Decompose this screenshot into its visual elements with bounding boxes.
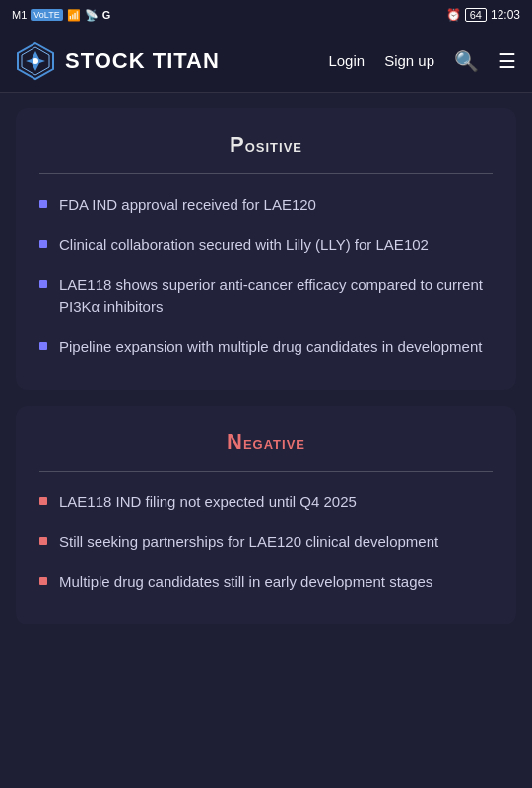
main-content: Positive FDA IND approval received for L… [0, 93, 532, 788]
bullet-marker [39, 280, 47, 288]
status-bar: M1 VoLTE 📶 📡 G ⏰ 64 12:03 [0, 0, 532, 30]
list-item: LAE118 shows superior anti-cancer effica… [39, 274, 493, 318]
list-item: Multiple drug candidates still in early … [39, 571, 493, 594]
nav-links: Login Sign up 🔍 ☰ [328, 49, 516, 73]
list-item: Clinical collaboration secured with Lill… [39, 234, 493, 257]
search-icon[interactable]: 🔍 [454, 49, 479, 73]
login-link[interactable]: Login [328, 52, 365, 69]
logo-icon [16, 41, 55, 81]
list-item: Still seeking partnerships for LAE120 cl… [39, 531, 493, 554]
bullet-marker [39, 537, 47, 545]
status-time: ⏰ 64 12:03 [446, 8, 520, 22]
bullet-marker [39, 200, 47, 208]
list-item: LAE118 IND filing not expected until Q4 … [39, 492, 493, 514]
negative-list: LAE118 IND filing not expected until Q4 … [39, 492, 493, 594]
bullet-marker [39, 240, 47, 248]
bullet-marker [39, 342, 47, 350]
positive-title: Positive [39, 132, 493, 158]
list-item: Pipeline expansion with multiple drug ca… [39, 336, 493, 359]
logo-text: STOCK TITAN [65, 48, 220, 74]
negative-divider [39, 471, 493, 472]
positive-section: Positive FDA IND approval received for L… [16, 108, 516, 390]
negative-section: Negative LAE118 IND filing not expected … [16, 406, 516, 625]
svg-point-2 [33, 58, 38, 64]
positive-list: FDA IND approval received for LAE120 Cli… [39, 194, 493, 359]
navbar: STOCK TITAN Login Sign up 🔍 ☰ [0, 30, 532, 93]
logo-area: STOCK TITAN [16, 41, 328, 81]
list-item: FDA IND approval received for LAE120 [39, 194, 493, 217]
bullet-marker [39, 577, 47, 585]
status-carrier: M1 VoLTE 📶 📡 G [12, 9, 110, 22]
positive-divider [39, 173, 493, 174]
bullet-marker [39, 497, 47, 505]
negative-title: Negative [39, 429, 493, 455]
signup-link[interactable]: Sign up [384, 52, 434, 69]
menu-icon[interactable]: ☰ [499, 49, 516, 73]
